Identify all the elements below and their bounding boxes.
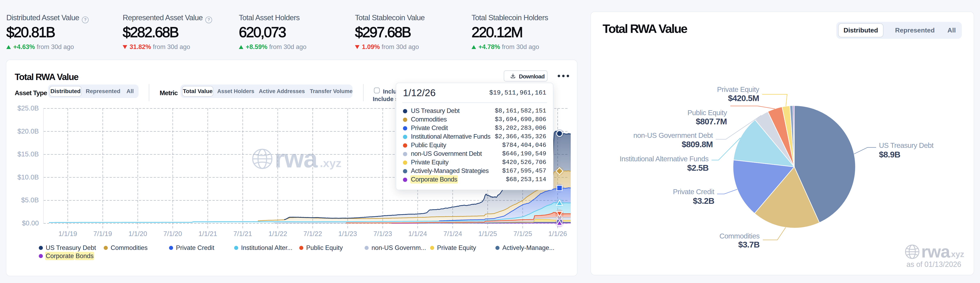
svg-text:.xyz: .xyz xyxy=(949,250,964,259)
svg-text:Commodities: Commodities xyxy=(719,232,760,240)
svg-text:$3.7B: $3.7B xyxy=(738,240,760,249)
svg-text:US Treasury Debt: US Treasury Debt xyxy=(879,141,934,149)
svg-text:Private Credit: Private Credit xyxy=(673,188,714,196)
svg-text:Institutional Alternative Fund: Institutional Alternative Funds xyxy=(619,155,708,163)
svg-text:$807.7M: $807.7M xyxy=(696,117,727,126)
svg-text:rwa: rwa xyxy=(921,242,950,261)
svg-text:$2.5B: $2.5B xyxy=(687,163,708,173)
svg-text:non-US Government Debt: non-US Government Debt xyxy=(633,131,713,139)
svg-text:Private Equity: Private Equity xyxy=(717,85,759,93)
svg-text:$420.5M: $420.5M xyxy=(728,94,759,103)
svg-text:$809.8M: $809.8M xyxy=(682,140,713,149)
svg-text:Public Equity: Public Equity xyxy=(687,109,727,117)
svg-text:$3.2B: $3.2B xyxy=(693,196,714,206)
svg-text:$8.9B: $8.9B xyxy=(879,150,900,159)
